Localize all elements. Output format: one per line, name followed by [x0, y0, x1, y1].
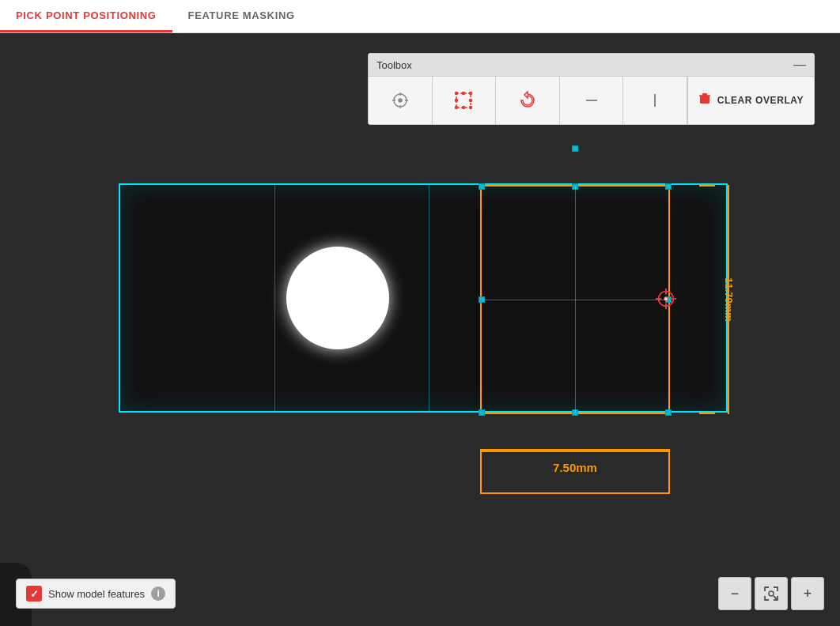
sel-handle-tl[interactable]	[479, 183, 485, 190]
svg-point-27	[769, 591, 774, 596]
toolbox: Toolbox —	[368, 53, 815, 125]
selection-tool-button[interactable]	[433, 77, 497, 124]
info-icon[interactable]: i	[151, 586, 165, 601]
svg-rect-17	[700, 96, 709, 104]
minus-tool-button[interactable]	[560, 77, 624, 124]
divider-1	[274, 185, 275, 411]
width-dimension: 7.50mm	[480, 451, 670, 474]
pipe-tool-button[interactable]	[623, 77, 687, 124]
zoom-in-icon: +	[804, 586, 812, 602]
zoom-fit-button[interactable]	[755, 577, 788, 610]
tab-pick-point[interactable]: PICK POINT POSITIONING	[0, 0, 172, 32]
show-model-features-label: Show model features	[48, 588, 145, 600]
bottom-toolbar: Show model features i − +	[16, 577, 824, 610]
svg-point-5	[399, 99, 402, 102]
svg-point-7	[456, 92, 458, 95]
svg-point-9	[456, 107, 458, 109]
svg-point-10	[470, 107, 472, 109]
svg-rect-6	[456, 93, 471, 107]
inner-horiz-line	[482, 300, 668, 300]
zoom-out-button[interactable]: −	[718, 577, 751, 610]
tab-feature-masking[interactable]: FEATURE MASKING	[172, 0, 311, 32]
sel-handle-br[interactable]	[665, 409, 672, 416]
clear-overlay-label: CLEAR OVERLAY	[717, 95, 804, 106]
tab-feature-masking-label: FEATURE MASKING	[188, 9, 295, 21]
selection-box[interactable]	[480, 185, 670, 414]
part-container: 11.70mm 7.50mm	[103, 168, 767, 468]
zoom-out-icon: −	[731, 586, 740, 602]
svg-point-13	[456, 100, 458, 102]
trash-icon	[698, 92, 711, 108]
toolbox-tools: CLEAR OVERLAY	[369, 77, 814, 124]
show-model-features-control[interactable]: Show model features i	[16, 579, 176, 609]
circle-hole	[286, 247, 389, 349]
canvas-area: Toolbox —	[0, 33, 840, 626]
sel-handle-bl[interactable]	[479, 409, 485, 416]
sel-handle-tr[interactable]	[665, 183, 672, 190]
zoom-in-button[interactable]: +	[791, 577, 824, 610]
toolbox-minimize-button[interactable]: —	[793, 58, 806, 71]
part-body: 11.70mm 7.50mm	[119, 183, 728, 413]
show-model-features-checkbox[interactable]	[26, 586, 42, 601]
svg-point-8	[470, 92, 472, 95]
top-handle[interactable]	[572, 145, 578, 152]
divider-2	[429, 185, 429, 411]
rotate-tool-button[interactable]	[496, 77, 560, 124]
toolbox-header: Toolbox —	[369, 54, 814, 77]
width-label: 7.50mm	[480, 461, 670, 474]
height-dimension: 11.70mm	[682, 185, 729, 414]
crosshair-tool-button[interactable]	[369, 77, 433, 124]
svg-line-28	[774, 596, 777, 599]
clear-overlay-button[interactable]: CLEAR OVERLAY	[687, 77, 814, 124]
svg-point-14	[470, 100, 472, 102]
toolbox-title: Toolbox	[376, 59, 412, 71]
height-label: 11.70mm	[724, 277, 736, 322]
zoom-controls: − +	[718, 577, 824, 610]
svg-point-11	[463, 92, 465, 95]
tab-pick-point-label: PICK POINT POSITIONING	[16, 9, 157, 21]
tab-bar: PICK POINT POSITIONING FEATURE MASKING	[0, 0, 840, 33]
svg-point-12	[463, 107, 465, 109]
